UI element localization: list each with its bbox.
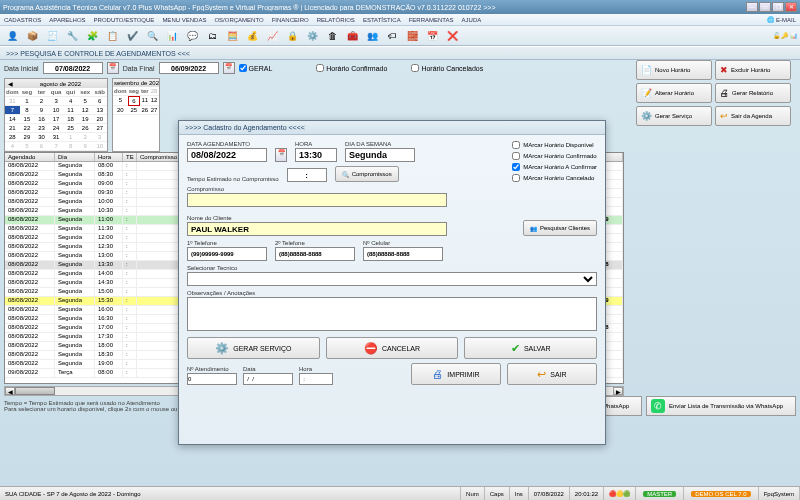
exit-icon: ↩	[537, 368, 546, 381]
modal-foot-hora-input[interactable]	[299, 373, 333, 385]
data-final-input[interactable]	[159, 62, 219, 74]
tool-13[interactable]: 💰	[243, 28, 261, 44]
menu-relatorios[interactable]: RELATÓRIOS	[317, 17, 355, 23]
tool-14[interactable]: 📈	[263, 28, 281, 44]
cal-prev-icon[interactable]: ◀	[6, 80, 15, 87]
check-confirmado[interactable]	[512, 152, 520, 160]
modal-cel-input[interactable]	[363, 247, 443, 261]
close-button[interactable]: ✕	[785, 2, 797, 12]
novo-horario-button[interactable]: 📄Novo Horário	[636, 60, 712, 80]
menu-ferramentas[interactable]: FERRAMENTAS	[409, 17, 454, 23]
edit-icon: 📝	[641, 88, 652, 98]
modal-gerar-servico-button[interactable]: ⚙️GERAR SERVIÇO	[187, 337, 320, 359]
filter-geral-checkbox[interactable]	[239, 64, 247, 72]
tool-17[interactable]: 🗑	[323, 28, 341, 44]
calendar-icon[interactable]: 📅	[107, 62, 119, 74]
sair-agenda-button[interactable]: ↩Sair da Agenda	[715, 106, 791, 126]
menu-cadastros[interactable]: CADASTROS	[4, 17, 41, 23]
excluir-horario-button[interactable]: ✖Excluir Horário	[715, 60, 791, 80]
modal-data-input[interactable]	[187, 148, 267, 162]
menu-email[interactable]: 🌐E-MAIL	[767, 16, 796, 23]
filter-confirmado-checkbox[interactable]	[316, 64, 324, 72]
menu-estatistica[interactable]: ESTATÍSTICA	[363, 17, 401, 23]
scroll-thumb[interactable]	[15, 387, 55, 395]
modal-hora-input[interactable]	[295, 148, 337, 162]
calendar-september[interactable]: setembro de 2022 domsegter 282930 456 11…	[112, 78, 160, 152]
maximize-button-2[interactable]: ❐	[772, 2, 784, 12]
tool-19[interactable]: 👥	[363, 28, 381, 44]
tool-6[interactable]: 📋	[103, 28, 121, 44]
modal-cancelar-button[interactable]: ⛔CANCELAR	[326, 337, 459, 359]
tool-12[interactable]: 🧮	[223, 28, 241, 44]
modal-atendimento-input[interactable]	[187, 373, 237, 385]
col-dia[interactable]: Dia	[55, 153, 95, 161]
modal-tempo-input[interactable]	[287, 168, 327, 182]
menu-financeiro[interactable]: FINANCEIRO	[272, 17, 309, 23]
check-cancelado[interactable]	[512, 174, 520, 182]
gear-icon: ⚙️	[215, 342, 229, 355]
filter-cancelados-label: Horário Cancelados	[421, 65, 483, 72]
tool-22[interactable]: 📅	[423, 28, 441, 44]
tool-4[interactable]: 🔧	[63, 28, 81, 44]
col-te[interactable]: TE	[123, 153, 137, 161]
compromissos-button[interactable]: 🔍Compromissos	[335, 166, 399, 182]
tool-18[interactable]: 🧰	[343, 28, 361, 44]
menu-produto[interactable]: PRODUTO/ESTOQUE	[94, 17, 155, 23]
tool-2[interactable]: 📦	[23, 28, 41, 44]
whatsapp-lista-button[interactable]: ✆Enviar Lista de Transmissão via WhatsAp…	[646, 396, 796, 416]
modal-obs-input[interactable]	[187, 297, 597, 331]
check-a-confirmar[interactable]	[512, 163, 520, 171]
maximize-button[interactable]: ▭	[759, 2, 771, 12]
menu-os[interactable]: OS/ORÇAMENTO	[214, 17, 263, 23]
col-agendado[interactable]: Agendado	[5, 153, 55, 161]
tool-15[interactable]: 🔒	[283, 28, 301, 44]
check-disponivel[interactable]	[512, 141, 520, 149]
menu-ajuda[interactable]: AJUDA	[462, 17, 482, 23]
cadastro-agendamento-modal: >>>> Cadastro do Agendamento <<<< DATA A…	[178, 120, 606, 445]
tool-11[interactable]: 🗂	[203, 28, 221, 44]
gerar-servico-button[interactable]: ⚙️Gerar Serviço	[636, 106, 712, 126]
modal-nome-input[interactable]	[187, 222, 447, 236]
tool-20[interactable]: 🏷	[383, 28, 401, 44]
modal-imprimir-button[interactable]: 🖨IMPRIMIR	[411, 363, 501, 385]
menu-aparelhos[interactable]: APARELHOS	[49, 17, 85, 23]
modal-tecnico-select[interactable]	[187, 272, 597, 286]
calendar-august[interactable]: ◀agosto de 2022 domsegterquaquisexsáb311…	[4, 78, 108, 152]
tool-23[interactable]: ❌	[443, 28, 461, 44]
gerar-relatorio-button[interactable]: 🖨Gerar Relatório	[715, 83, 791, 103]
tool-3[interactable]: 🧾	[43, 28, 61, 44]
printer-icon: 🖨	[432, 368, 443, 380]
pesquisar-clientes-button[interactable]: 👥Pesquisar Clientes	[523, 220, 597, 236]
calendar-icon-2[interactable]: 📅	[223, 62, 235, 74]
tool-7[interactable]: ✔️	[123, 28, 141, 44]
modal-sair-button[interactable]: ↩SAIR	[507, 363, 597, 385]
modal-tel1-input[interactable]	[187, 247, 267, 261]
tool-16[interactable]: ⚙️	[303, 28, 321, 44]
scroll-right-icon[interactable]: ▶	[613, 387, 623, 395]
filter-cancelados-checkbox[interactable]	[411, 64, 419, 72]
minimize-button[interactable]: —	[746, 2, 758, 12]
data-final-label: Data Final	[123, 65, 155, 72]
tool-9[interactable]: 📊	[163, 28, 181, 44]
modal-foot-data-input[interactable]	[243, 373, 293, 385]
data-inicial-input[interactable]	[43, 62, 103, 74]
col-hora[interactable]: Hora	[95, 153, 123, 161]
tool-10[interactable]: 💬	[183, 28, 201, 44]
modal-salvar-button[interactable]: ✔SALVAR	[464, 337, 597, 359]
status-caps: Caps	[485, 487, 510, 500]
modal-calendar-icon[interactable]: 📅	[275, 148, 287, 162]
alterar-horario-button[interactable]: 📝Alterar Horário	[636, 83, 712, 103]
app-title: Programa Assistência Técnica Celular v7.…	[3, 4, 746, 11]
data-inicial-label: Data Inicial	[4, 65, 39, 72]
tool-8[interactable]: 🔍	[143, 28, 161, 44]
tool-5[interactable]: 🧩	[83, 28, 101, 44]
scroll-left-icon[interactable]: ◀	[5, 387, 15, 395]
menu-vendas[interactable]: MENU VENDAS	[162, 17, 206, 23]
status-date: 07/08/2022	[529, 487, 570, 500]
modal-tel2-input[interactable]	[275, 247, 355, 261]
status-demo: DEMO OS CEL 7.0	[691, 491, 750, 497]
modal-compromisso-input[interactable]	[187, 193, 447, 207]
tool-21[interactable]: 🧱	[403, 28, 421, 44]
search-icon: 🔍	[342, 171, 349, 178]
tool-1[interactable]: 👤	[3, 28, 21, 44]
